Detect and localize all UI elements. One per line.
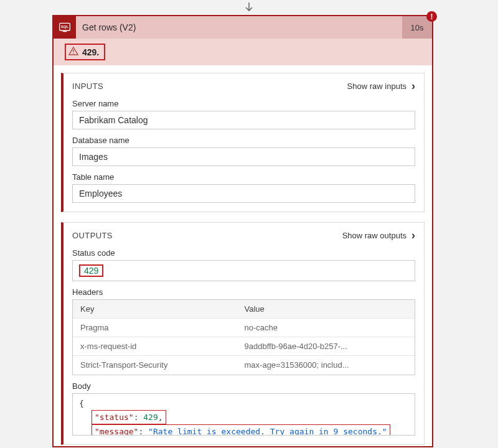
inputs-title: INPUTS xyxy=(72,82,103,91)
table-row: Pragma no-cache xyxy=(73,319,415,337)
error-code-box: 429. xyxy=(65,44,105,60)
body-message-line: "message": "Rate limit is exceeded. Try … xyxy=(92,424,390,436)
headers-label: Headers xyxy=(72,287,415,297)
table-row: Strict-Transport-Security max-age=315360… xyxy=(73,356,415,374)
outputs-section: OUTPUTS Show raw outputs › Status code 4… xyxy=(61,222,425,445)
table-head: Key Value xyxy=(73,300,415,319)
body-label: Body xyxy=(72,381,415,391)
database-name-field[interactable]: Images xyxy=(72,147,415,166)
field-label: Table name xyxy=(72,172,415,182)
field-label: Server name xyxy=(72,99,415,108)
field-label: Database name xyxy=(72,136,415,145)
card-header[interactable]: SQL Get rows (V2) 10s ! xyxy=(54,16,432,39)
sql-connector-icon: SQL xyxy=(54,16,76,39)
show-raw-outputs-label: Show raw outputs xyxy=(342,231,406,240)
status-code-label: Status code xyxy=(72,248,415,258)
show-raw-inputs-link[interactable]: Show raw inputs › xyxy=(347,80,415,93)
body-status-line: "status": 429, xyxy=(92,410,166,425)
outputs-title: OUTPUTS xyxy=(72,231,113,240)
show-raw-outputs-link[interactable]: Show raw outputs › xyxy=(342,229,415,242)
status-code-field: 429 xyxy=(72,260,415,281)
svg-text:SQL: SQL xyxy=(61,25,68,29)
card-title: Get rows (V2) xyxy=(76,16,402,39)
chevron-right-icon: › xyxy=(411,80,415,93)
headers-table[interactable]: Key Value Pragma no-cache x-ms-request-i… xyxy=(72,299,415,375)
server-name-field[interactable]: Fabrikam Catalog xyxy=(72,111,415,129)
header-key-col: Key xyxy=(73,300,237,318)
body-json[interactable]: { "status": 429, "message": "Rate limit … xyxy=(72,393,415,436)
show-raw-inputs-label: Show raw inputs xyxy=(347,82,406,91)
warning-triangle-icon xyxy=(68,46,78,58)
status-code-value: 429 xyxy=(79,264,103,277)
error-banner: 429. xyxy=(54,39,432,65)
error-code-text: 429. xyxy=(82,47,99,57)
flow-arrow-icon xyxy=(243,1,255,16)
table-name-field[interactable]: Employees xyxy=(72,184,415,203)
header-value-col: Value xyxy=(237,300,415,318)
table-row: x-ms-request-id 9addbffb-96ae-4d20-b257-… xyxy=(73,337,415,356)
error-badge-icon: ! xyxy=(426,11,437,22)
chevron-right-icon: › xyxy=(411,229,415,242)
svg-point-3 xyxy=(73,53,74,54)
inputs-section: INPUTS Show raw inputs › Server name Fab… xyxy=(61,73,425,212)
action-card: SQL Get rows (V2) 10s ! 429. INPUTS Show… xyxy=(52,15,433,447)
